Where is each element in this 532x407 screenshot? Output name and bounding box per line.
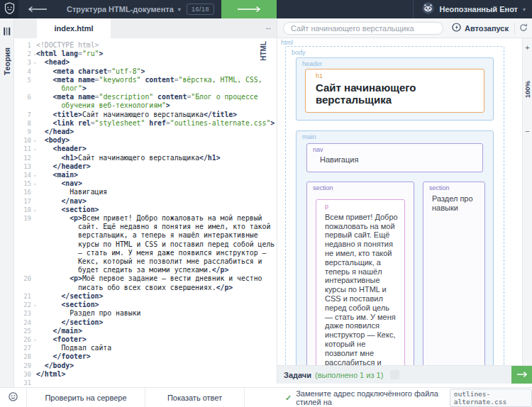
tasks-title: Задачи	[284, 371, 311, 379]
user-name: Неопознанный Енот	[439, 5, 518, 13]
code-line[interactable]: 17</nav>	[14, 197, 277, 206]
refresh-icon	[519, 22, 528, 34]
outline-label-section: section	[423, 182, 484, 192]
outline-header: header h1 Сайт начинающего верстальщика	[296, 57, 494, 121]
show-answer-button[interactable]: Показать ответ	[145, 388, 245, 407]
arrow-right-icon	[516, 371, 528, 379]
outline-label-header: header	[297, 58, 493, 68]
preview-nav-text: Навигация	[320, 155, 477, 165]
course-title: Структура HTML-документа	[67, 5, 174, 13]
run-check-button[interactable]	[511, 366, 532, 384]
course-title-dropdown[interactable]: Структура HTML-документа ▾	[67, 5, 181, 13]
check-icon: ✓	[285, 394, 292, 403]
address-bar: Сайт начинающего верстальщика	[283, 22, 443, 35]
theory-sidebar: Теория	[0, 18, 14, 387]
outline-label-p: p	[319, 201, 401, 211]
code-lines: 1<!DOCTYPE html>2▾<html lang="ru">3▾<hea…	[14, 41, 277, 387]
task-hint-text: Замените адрес подключённого файла стиле…	[296, 389, 445, 406]
check-on-server-button[interactable]: Проверить на сервере	[27, 388, 145, 407]
code-line[interactable]: 10▾<body>	[14, 136, 277, 145]
code-line[interactable]: 7<title>Сайт начинающего верстальщика</t…	[14, 111, 277, 119]
outline-main: main nav Навигация section p Всем привет…	[296, 130, 494, 365]
code-line[interactable]: 9</head>	[14, 128, 277, 136]
progress-badge: 16/18	[187, 4, 214, 15]
editor-tab-bar: index.html ↔	[14, 18, 277, 38]
zoom-out-button[interactable]: −	[525, 128, 529, 135]
code-line[interactable]: 19<p>Всем привет! Добро пожаловать на мо…	[14, 214, 277, 274]
code-line[interactable]: 24</section>	[14, 318, 277, 327]
code-line[interactable]: 13</header>	[14, 162, 277, 171]
avatar	[422, 2, 434, 17]
code-line[interactable]: 26▾<footer>	[14, 335, 277, 344]
emoji-icon	[9, 392, 18, 403]
browser-bar: Сайт начинающего верстальщика Автозапуск	[277, 18, 532, 38]
code-line[interactable]: 20<p>Моё первое задание — вести дневник …	[14, 274, 277, 291]
code-line[interactable]: 3▾<head>	[14, 58, 277, 67]
outline-label-html: html	[281, 39, 293, 46]
outline-h1: h1 Сайт начинающего верстальщика	[305, 69, 484, 113]
task-hint-line: ✓ Замените адрес подключённого файла сти…	[285, 388, 532, 407]
code-line[interactable]: 5<meta name="keywords" content="вёрстка,…	[14, 76, 277, 93]
next-button[interactable]	[221, 0, 277, 18]
logo-button[interactable]	[0, 0, 18, 18]
code-line[interactable]: 27Подвал сайта	[14, 344, 277, 352]
code-line[interactable]: 30</html>	[14, 370, 277, 379]
tasks-bar[interactable]: Задачи (выполнено 1 из 1)	[277, 365, 532, 384]
power-icon	[452, 23, 461, 33]
outline-label-h1: h1	[310, 70, 480, 80]
code-line[interactable]: 29</body>	[14, 362, 277, 370]
autorun-toggle[interactable]: Автозапуск	[452, 23, 509, 33]
code-line[interactable]: 14▾<main>	[14, 171, 277, 179]
code-line[interactable]: 28</footer>	[14, 352, 277, 361]
resize-handle-icon[interactable]: ↔	[265, 23, 272, 31]
bottom-bar: Проверить на сервере Показать ответ ✓ За…	[0, 387, 532, 407]
preview-section2-text: Раздел про навыки	[432, 194, 479, 213]
preview-page-title: Сайт начинающего верстальщика	[316, 82, 480, 106]
topbar-divider	[413, 0, 414, 18]
refresh-button[interactable]	[519, 22, 528, 35]
tab-index-html[interactable]: index.html	[37, 18, 111, 38]
code-line[interactable]: 11▾<header>	[14, 145, 277, 153]
back-button[interactable]	[28, 3, 48, 16]
code-line[interactable]: 31	[14, 379, 277, 387]
code-line[interactable]: 15▾<nav>	[14, 179, 277, 188]
shield-raccoon-icon	[4, 2, 15, 17]
task-hint-code: outlines-alternate.css	[450, 389, 532, 407]
browser-preview: html body header h1 Сайт начинающего вер…	[277, 38, 522, 365]
app-window: Структура HTML-документа ▾ 16/18 Неопозн…	[0, 0, 532, 407]
code-line[interactable]: 1<!DOCTYPE html>	[14, 41, 277, 50]
code-line[interactable]: 8<link rel="stylesheet" href="outlines-a…	[14, 119, 277, 128]
chevron-down-icon: ▾	[523, 6, 526, 13]
code-line[interactable]: 16Навигация	[14, 188, 277, 196]
outline-label-body: body	[286, 47, 504, 57]
top-bar: Структура HTML-документа ▾ 16/18 Неопозн…	[0, 0, 532, 18]
code-line[interactable]: 25</main>	[14, 327, 277, 335]
code-editor[interactable]: 1<!DOCTYPE html>2▾<html lang="ru">3▾<hea…	[14, 38, 277, 387]
browserbar-divider	[514, 23, 515, 34]
outline-label-section: section	[307, 182, 414, 192]
zoom-in-button[interactable]: +	[525, 44, 529, 51]
code-line[interactable]: 6<meta name="description" content="Блог …	[14, 93, 277, 110]
outline-body: body header h1 Сайт начинающего версталь…	[285, 46, 504, 365]
outline-section-1: section p Всем привет! Добро пожаловать …	[306, 182, 414, 365]
arrow-left-icon	[28, 3, 48, 16]
code-line[interactable]: 22▾<section>	[14, 301, 277, 309]
user-menu[interactable]: Неопознанный Енот ▾	[277, 0, 532, 18]
outline-nav: nav Навигация	[306, 143, 483, 172]
sidebar-theory-tab[interactable]: Теория	[3, 48, 11, 75]
outline-label-nav: nav	[307, 144, 482, 154]
code-line[interactable]: 4<meta charset="utf-8">	[14, 67, 277, 76]
code-line[interactable]: 18▾<section>	[14, 206, 277, 214]
code-line[interactable]: 23Раздел про навыки	[14, 309, 277, 318]
tasks-status: (выполнено 1 из 1)	[315, 371, 383, 379]
outline-p-1: p Всем привет! Добро пожаловать на мой п…	[316, 199, 405, 365]
menu-icon[interactable]	[2, 28, 11, 35]
preview-paragraph-1: Всем привет! Добро пожаловать на мой пер…	[325, 213, 399, 365]
chevron-down-icon: ▾	[178, 6, 181, 13]
code-line[interactable]: 21</section>	[14, 292, 277, 301]
preview-zoom-strip: + 100% −	[522, 38, 532, 365]
feedback-button[interactable]	[0, 388, 27, 407]
code-line[interactable]: 12<h1>Сайт начинающего верстальщика</h1>	[14, 154, 277, 162]
code-line[interactable]: 2▾<html lang="ru">	[14, 50, 277, 58]
zoom-level: 100%	[523, 81, 531, 98]
